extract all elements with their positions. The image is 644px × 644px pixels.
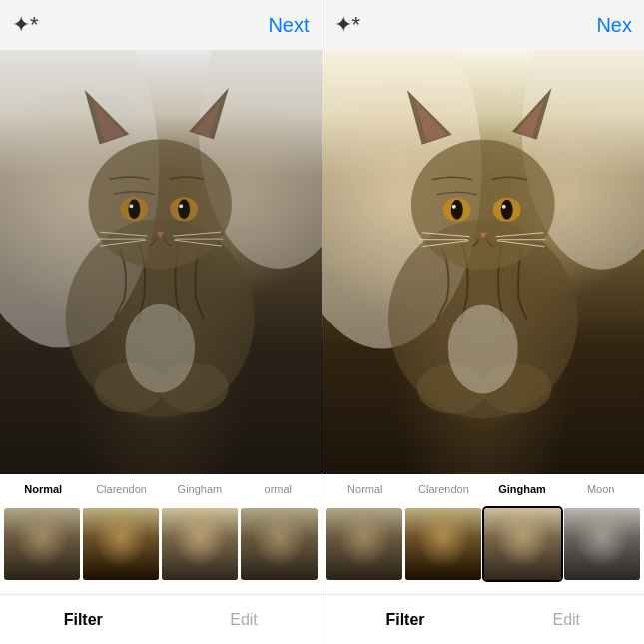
left-filter-thumbs [0,504,322,584]
filter-label-ormal-left[interactable]: ormal [239,483,317,495]
left-filter-labels: Normal Clarendon Gingham ormal [0,474,322,504]
thumb-img-normal-right [326,508,402,580]
left-top-bar: ✦* Next [0,0,322,50]
app-container: ✦* Next [0,0,644,644]
thumb-ormal-left[interactable] [241,508,317,580]
thumb-img-clarendon-left [83,508,159,580]
left-filter-strip: Normal Clarendon Gingham ormal [0,474,322,594]
right-filter-thumbs [322,504,645,584]
thumb-img-gingham-left [162,508,238,580]
left-panel: ✦* Next [0,0,322,644]
thumb-normal-right[interactable] [326,508,402,580]
thumb-img-gingham-right [484,508,560,580]
filter-label-normal-right[interactable]: Normal [326,483,405,495]
svg-point-12 [178,199,190,219]
right-top-bar: ✦* Nex [322,0,645,50]
svg-point-24 [125,304,195,393]
wand-icon-left[interactable]: ✦* [12,12,39,38]
svg-point-49 [447,305,517,394]
filter-label-gingham-right[interactable]: Gingham [483,483,562,495]
thumb-moon-right[interactable] [564,508,640,580]
right-cat-photo [322,50,645,474]
edit-tab-right[interactable]: Edit [532,603,600,637]
filter-tab-left[interactable]: Filter [44,603,123,637]
right-bottom-bar: Filter Edit [322,594,645,644]
thumb-gingham-right[interactable] [484,508,560,580]
thumb-clarendon-left[interactable] [83,508,159,580]
right-filter-labels: Normal Clarendon Gingham Moon [322,474,645,504]
next-button-right[interactable]: Nex [596,14,632,37]
svg-point-37 [500,200,512,220]
thumb-img-clarendon-right [405,508,481,580]
thumb-clarendon-right[interactable] [405,508,481,580]
thumb-gingham-left[interactable] [162,508,238,580]
thumb-normal-left[interactable] [4,508,80,580]
next-button-left[interactable]: Next [268,14,309,37]
svg-point-29 [410,140,554,270]
filter-label-clarendon-right[interactable]: Clarendon [404,483,483,495]
wand-icon-right[interactable]: ✦* [334,12,361,38]
svg-point-11 [128,199,140,219]
svg-point-13 [129,204,133,208]
svg-point-39 [501,205,505,209]
filter-label-gingham-left[interactable]: Gingham [161,483,239,495]
left-bottom-bar: Filter Edit [0,594,322,644]
thumb-img-ormal-left [241,508,317,580]
left-image-area [0,50,322,474]
right-filter-strip: Normal Clarendon Gingham Moon [322,474,645,594]
right-image-area [322,50,645,474]
svg-point-14 [179,204,183,208]
svg-point-38 [451,205,455,209]
left-cat-svg [0,50,322,437]
right-panel: ✦* Nex [322,0,645,644]
edit-tab-left[interactable]: Edit [210,603,278,637]
svg-point-36 [450,200,462,220]
svg-point-4 [89,140,232,269]
filter-label-clarendon-left[interactable]: Clarendon [82,483,160,495]
right-cat-svg [322,50,645,438]
filter-label-normal-left[interactable]: Normal [4,483,82,495]
thumb-img-moon-right [564,508,640,580]
left-cat-photo [0,50,322,474]
thumb-img-normal-left [4,508,80,580]
filter-tab-right[interactable]: Filter [365,603,444,637]
filter-label-moon-right[interactable]: Moon [561,483,640,495]
